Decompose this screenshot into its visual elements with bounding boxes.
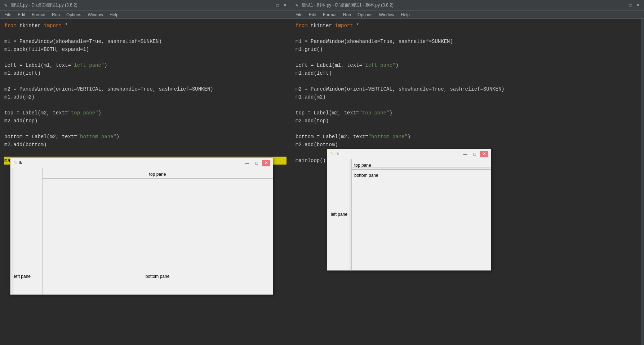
r-code-line-7: m1.add(left) (296, 69, 640, 77)
code-line-15: bottom = Label(m2, text="bottom pane") (4, 133, 287, 141)
left-tk-title-left: ✎ tk (13, 159, 22, 167)
right-close-button[interactable]: ✕ (635, 2, 641, 9)
left-tk-bottom-pane-label: bottom pane (42, 273, 273, 280)
code-line-14 (4, 125, 287, 133)
r-code-line-6: left = Label(m1, text="left pane") (296, 61, 640, 69)
code-line-16: m2.add(bottom) (4, 141, 287, 149)
right-tk-close[interactable]: ✕ (480, 151, 488, 157)
right-menu-bar: File Edit Format Run Options Window Help (291, 11, 644, 19)
right-tk-icon: ✎ (330, 150, 334, 158)
right-title-controls: — □ ✕ (620, 2, 641, 9)
right-menu-window[interactable]: Window (376, 12, 397, 18)
left-title-bar-left: ✎ 测试1.py - D:\桌面\测试1.py (3.8.2) (3, 2, 77, 8)
right-tk-sep-h (352, 159, 352, 270)
right-tk-content: left pane top pane bottom pane (327, 159, 491, 270)
right-tk-maximize[interactable]: □ (471, 151, 479, 157)
right-editor-icon: ✎ (294, 3, 300, 8)
right-tk-sash-h[interactable] (349, 159, 352, 270)
r-code-line-16: m2.add(bottom) (296, 141, 640, 149)
code-line-7: m1.add(left) (4, 69, 287, 77)
right-tk-controls: — □ ✕ (461, 151, 488, 157)
left-title-bar: ✎ 测试1.py - D:\桌面\测试1.py (3.8.2) — □ ✕ (0, 0, 291, 11)
right-editor: ✎ 测试1 - 副本.py - D:\桌面\测试1 - 副本.py (3.8.2… (291, 0, 644, 345)
code-line-3: m1 = PanedWindow(showhandle=True, sashre… (4, 38, 287, 45)
left-minimize-button[interactable]: — (267, 2, 274, 9)
left-tk-handle-h[interactable] (10, 168, 14, 294)
r-code-line-5 (296, 53, 640, 61)
right-minimize-button[interactable]: — (620, 2, 627, 9)
right-title-bar: ✎ 测试1 - 副本.py - D:\桌面\测试1 - 副本.py (3.8.2… (291, 0, 644, 11)
right-tk-title-text: tk (336, 150, 339, 157)
left-editor: ✎ 测试1.py - D:\桌面\测试1.py (3.8.2) — □ ✕ Fi… (0, 0, 291, 345)
r-code-line-13: m2.add(top) (296, 117, 640, 125)
left-menu-options[interactable]: Options (63, 12, 84, 18)
code-line-9: m2 = PanedWindow(orient=VERTICAL, showha… (4, 85, 287, 93)
r-code-line-14 (296, 125, 640, 133)
right-scrollbar[interactable] (641, 19, 644, 345)
left-menu-window[interactable]: Window (85, 12, 106, 18)
right-code-area[interactable]: from tkinter import * m1 = PanedWindow(s… (291, 19, 644, 345)
right-tk-sep-v (352, 169, 491, 170)
code-line-13: m2.add(top) (4, 117, 287, 125)
left-close-button[interactable]: ✕ (281, 2, 288, 9)
left-tk-pane-sep-v (42, 178, 273, 179)
left-tk-content: top pane left pane bottom pane (10, 168, 273, 294)
left-tk-icon: ✎ (13, 159, 17, 167)
left-tk-title-text: tk (19, 160, 22, 166)
left-tk-maximize[interactable]: □ (253, 160, 261, 166)
left-code-area[interactable]: from tkinter import * m1 = PanedWindow(s… (0, 19, 291, 345)
right-menu-run[interactable]: Run (340, 12, 354, 18)
left-menu-edit[interactable]: Edit (15, 12, 28, 18)
r-code-line-1: from tkinter import * (296, 22, 640, 30)
left-tk-controls: — □ ✕ (243, 160, 270, 166)
code-line-6: left = Label(m1, text="left pane") (4, 61, 287, 69)
left-editor-title: 测试1.py - D:\桌面\测试1.py (3.8.2) (11, 2, 77, 8)
right-menu-format[interactable]: Format (320, 12, 339, 18)
left-tk-left-pane-label: left pane (14, 273, 31, 280)
right-menu-help[interactable]: Help (398, 12, 413, 18)
code-line-17 (4, 149, 287, 157)
r-code-line-10: m1.add(m2) (296, 93, 640, 101)
left-tk-minimize[interactable]: — (243, 160, 251, 166)
code-line-11 (4, 101, 287, 109)
code-line-2 (4, 30, 287, 38)
left-tk-close[interactable]: ✕ (262, 160, 270, 166)
r-code-line-2 (296, 30, 640, 38)
left-menu-file[interactable]: File (1, 12, 14, 18)
r-code-line-12: top = Label(m2, text="top pane") (296, 109, 640, 117)
right-title-bar-left: ✎ 测试1 - 副本.py - D:\桌面\测试1 - 副本.py (3.8.2… (294, 2, 394, 8)
code-line-10: m1.add(m2) (4, 93, 287, 101)
right-tk-window: ✎ tk — □ ✕ left pane top pane bo (327, 149, 491, 271)
r-code-line-3: m1 = PanedWindow(showhandle=True, sashre… (296, 38, 640, 45)
left-menu-run[interactable]: Run (49, 12, 63, 18)
right-tk-title-bar: ✎ tk — □ ✕ (327, 149, 491, 159)
left-editor-icon: ✎ (3, 3, 9, 8)
code-line-4: m1.pack(fill=BOTH, expand=1) (4, 45, 287, 53)
right-tk-minimize[interactable]: — (461, 151, 469, 157)
left-maximize-button[interactable]: □ (274, 2, 281, 9)
r-code-line-9: m2 = PanedWindow(orient=VERTICAL, showha… (296, 85, 640, 93)
right-tk-left-pane-label: left pane (331, 211, 347, 218)
right-tk-bottom-pane-label: bottom pane (354, 172, 378, 179)
right-tk-top-pane-label: top pane (354, 162, 371, 169)
code-line-12: top = Label(m2, text="top pane") (4, 109, 287, 117)
code-line-1: from tkinter import * (4, 22, 287, 30)
left-tk-title-bar: ✎ tk — □ ✕ (10, 158, 273, 168)
r-code-line-11 (296, 101, 640, 109)
right-menu-edit[interactable]: Edit (306, 12, 319, 18)
left-menu-format[interactable]: Format (29, 12, 48, 18)
right-editor-title: 测试1 - 副本.py - D:\桌面\测试1 - 副本.py (3.8.2) (302, 2, 394, 8)
left-menu-bar: File Edit Format Run Options Window Help (0, 11, 291, 19)
r-code-line-15: bottom = Label(m2, text="bottom pane") (296, 133, 640, 141)
right-menu-options[interactable]: Options (355, 12, 375, 18)
left-tk-window: ✎ tk — □ ✕ top pane (10, 158, 273, 295)
left-tk-top-pane-label: top pane (42, 171, 273, 178)
r-code-line-4: m1.grid() (296, 45, 640, 53)
r-code-line-8 (296, 77, 640, 85)
left-title-controls: — □ ✕ (267, 2, 288, 9)
right-tk-title-left: ✎ tk (330, 150, 339, 158)
right-maximize-button[interactable]: □ (627, 2, 634, 9)
right-menu-file[interactable]: File (293, 12, 305, 18)
code-line-8 (4, 77, 287, 85)
left-menu-help[interactable]: Help (107, 12, 121, 18)
